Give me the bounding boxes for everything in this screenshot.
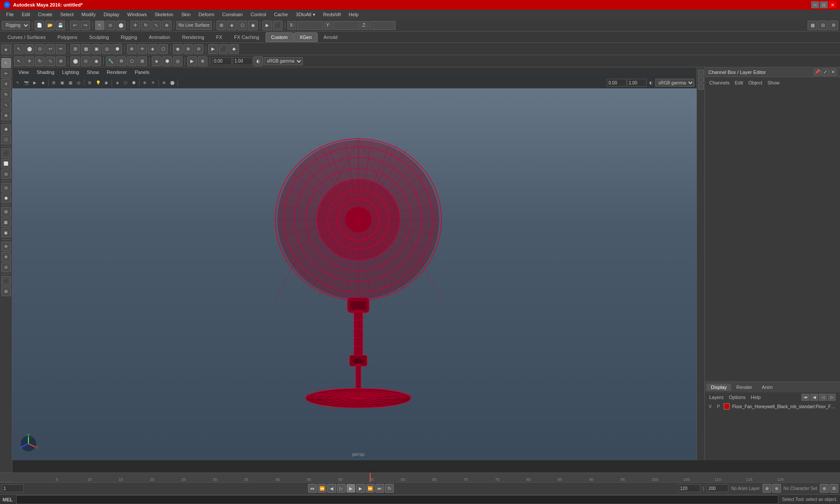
undo-btn[interactable]: ↩	[70, 21, 80, 30]
snap-curve-btn[interactable]: ◈	[227, 21, 237, 30]
snap-grid-btn[interactable]: ⊞	[217, 21, 226, 30]
shaded-btn[interactable]: ▦	[1, 217, 11, 227]
vp-val2-input[interactable]	[627, 79, 647, 87]
tert-btn-12[interactable]: ⊞	[137, 56, 147, 66]
vp-shade-btn[interactable]: ▣	[58, 79, 66, 87]
anim-layer-btn[interactable]: ⊟	[1, 169, 11, 179]
tert-btn-14[interactable]: ⬢	[162, 56, 172, 66]
ch-menu-show[interactable]: Show	[766, 80, 781, 86]
move-icon-btn[interactable]: ✛	[1, 79, 11, 89]
tert-btn-10[interactable]: ⚙	[116, 56, 126, 66]
tab-xgen[interactable]: XGen	[294, 32, 317, 42]
menu-control[interactable]: Control	[247, 11, 270, 18]
menu-modify[interactable]: Modify	[78, 11, 99, 18]
tert-btn-3[interactable]: ↻	[35, 56, 45, 66]
vp-shadow-btn[interactable]: ◉	[102, 79, 110, 87]
menu-windows[interactable]: Windows	[124, 11, 150, 18]
close-button[interactable]: ✕	[829, 1, 836, 8]
gamma-toggle[interactable]: ◐	[253, 56, 263, 66]
menu-create[interactable]: Create	[35, 11, 56, 18]
pb-play-fwd-btn[interactable]: ▶	[346, 484, 355, 493]
display-layer-btn[interactable]: ⬛	[1, 148, 11, 158]
scale-tool-btn[interactable]: ⤡	[151, 21, 161, 30]
sec-btn-18[interactable]: ▶	[208, 44, 218, 54]
tert-btn-2[interactable]: ✛	[24, 56, 34, 66]
scale-icon-btn[interactable]: ⤡	[1, 100, 11, 110]
tab-polygons[interactable]: Polygons	[52, 32, 83, 42]
tert-btn-13[interactable]: ◈	[152, 56, 161, 66]
vp-menu-view[interactable]: View	[15, 69, 32, 76]
pb-step-fwd-btn[interactable]: ⏩	[366, 484, 374, 493]
layer-nav-prev[interactable]: ◀	[810, 394, 818, 401]
xray-btn[interactable]: ◎	[1, 183, 11, 192]
wire-btn[interactable]: ⊞	[1, 207, 11, 217]
menu-edit[interactable]: Edit	[18, 11, 34, 18]
vp-pivot-btn[interactable]: ✛	[149, 79, 157, 87]
select-tool-btn[interactable]: ↖	[95, 21, 105, 30]
vp-val1-input[interactable]	[607, 79, 626, 87]
rp-expand-btn[interactable]: ⤢	[822, 69, 829, 76]
vp-menu-panels[interactable]: Panels	[131, 69, 153, 76]
vp-wire-btn[interactable]: ⊞	[50, 79, 58, 87]
bottom-icon-1[interactable]: ⬛	[1, 276, 11, 286]
tert-btn-5[interactable]: ⊕	[56, 56, 66, 66]
vp-menu-shading[interactable]: Shading	[33, 69, 58, 76]
sec-btn-10[interactable]: ⬢	[112, 44, 122, 54]
ch-menu-edit[interactable]: Edit	[733, 80, 745, 86]
menu-constrain[interactable]: Constrain	[219, 11, 246, 18]
new-scene-btn[interactable]: 📄	[35, 21, 44, 30]
vp-isolate-btn[interactable]: ⊗	[160, 79, 168, 87]
sec-btn-16[interactable]: ⊗	[183, 44, 193, 54]
tert-btn-11[interactable]: ⬡	[127, 56, 136, 66]
mel-input[interactable]	[16, 495, 778, 504]
sec-btn-4[interactable]: ↩	[46, 44, 55, 54]
misc-icon-3[interactable]: ⊘	[1, 262, 11, 272]
sec-btn-7[interactable]: ▦	[81, 44, 91, 54]
vp-select-btn[interactable]: ↖	[14, 79, 22, 87]
tool-settings-btn[interactable]: ⚙	[829, 21, 838, 30]
sec-btn-13[interactable]: ◈	[148, 44, 158, 54]
vp-snap-curve-btn[interactable]: ⬡	[122, 79, 130, 87]
vp-menu-show[interactable]: Show	[84, 69, 103, 76]
ae-strip-btn-2[interactable]	[698, 77, 704, 83]
vp-snap-pt-btn[interactable]: ⬢	[130, 79, 138, 87]
tab-fx-caching[interactable]: FX Caching	[228, 32, 265, 42]
sec-btn-9[interactable]: ◎	[102, 44, 112, 54]
snap-point-btn[interactable]: ⬡	[238, 21, 247, 30]
layer-nav-first[interactable]: ⏮	[802, 394, 809, 401]
misc-icon-2[interactable]: ⊗	[1, 252, 11, 262]
sec-btn-17[interactable]: ⊘	[194, 44, 203, 54]
layer-opt-help[interactable]: Help	[749, 394, 763, 400]
tert-btn-9[interactable]: 🔧	[106, 56, 116, 66]
tab-fx[interactable]: FX	[210, 32, 228, 42]
vp-menu-renderer[interactable]: Renderer	[103, 69, 130, 76]
vp-render-icon-btn[interactable]: ▶	[31, 79, 38, 87]
layer-nav-rewind[interactable]: ◁	[819, 394, 827, 401]
tab-rendering[interactable]: Rendering	[176, 32, 210, 42]
ae-strip-btn-1[interactable]	[698, 70, 704, 76]
ae-strip-btn-3[interactable]	[698, 84, 704, 90]
gamma-indicator-btn[interactable]: ◐	[647, 79, 655, 87]
attr-editor-btn[interactable]: ⊟	[818, 21, 828, 30]
module-dropdown[interactable]: Rigging	[2, 21, 30, 30]
char-set-btn-2[interactable]: ⚙	[830, 484, 838, 493]
rotate-icon-btn[interactable]: ↻	[1, 90, 11, 99]
menu-cache[interactable]: Cache	[270, 11, 291, 18]
ch-menu-channels[interactable]: Channels	[707, 80, 731, 86]
vp-xray-btn[interactable]: ◎	[75, 79, 83, 87]
vp-gamma-select[interactable]: sRGB gamma	[655, 79, 694, 87]
tert-btn-16[interactable]: ▶	[187, 56, 197, 66]
menu-select[interactable]: Select	[57, 11, 77, 18]
pb-next-frame-btn[interactable]: ▶	[356, 484, 365, 493]
pb-loop-btn[interactable]: ↻	[385, 484, 394, 493]
sec-btn-3[interactable]: ⊙	[35, 44, 45, 54]
tab-curves-surfaces[interactable]: Curves / Surfaces	[2, 32, 51, 42]
lasso-select-btn[interactable]: ⊙	[105, 21, 115, 30]
tert-btn-6[interactable]: ⬤	[70, 56, 80, 66]
transform-icon-btn[interactable]: ⊕	[1, 111, 11, 120]
ch-menu-object[interactable]: Object	[746, 80, 764, 86]
pb-step-back-btn[interactable]: ⏪	[318, 484, 326, 493]
rp-pin-btn[interactable]: 📌	[814, 69, 821, 76]
menu-file[interactable]: File	[3, 11, 18, 18]
redo-btn[interactable]: ↪	[80, 21, 90, 30]
